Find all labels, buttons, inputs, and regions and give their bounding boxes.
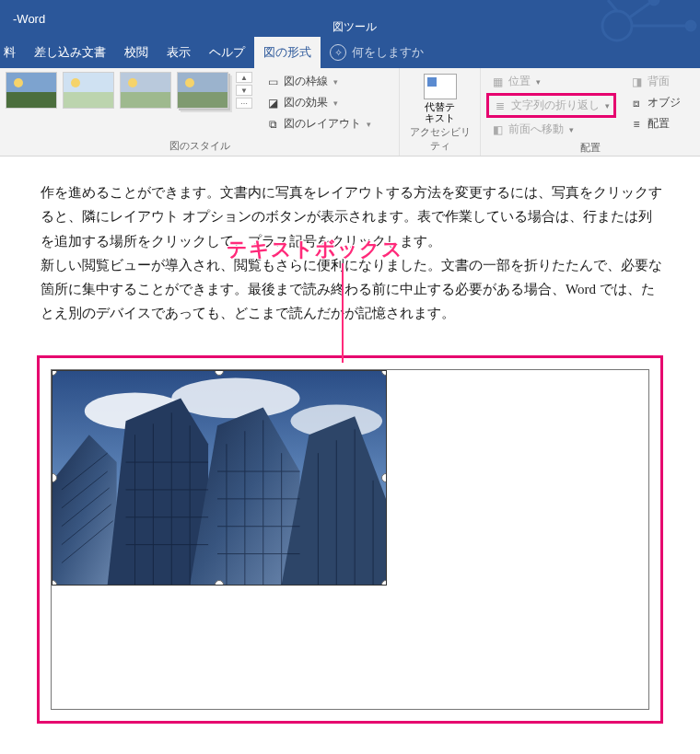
group-label-styles: 図のスタイル (6, 137, 393, 156)
contextual-tab-group: 図ツール (321, 17, 388, 37)
gallery-more-icon[interactable]: ⋯ (236, 98, 252, 109)
tab-help[interactable]: ヘルプ (200, 37, 254, 68)
cmd-bring-forward[interactable]: ◧ 前面へ移動 ▾ (486, 120, 616, 139)
gallery-up-icon[interactable]: ▲ (236, 72, 252, 83)
style-thumb-4[interactable] (177, 72, 228, 109)
cmd-align[interactable]: ≡ 配置 (625, 114, 684, 133)
tab-view[interactable]: 表示 (158, 37, 200, 68)
cmd-picture-effects[interactable]: ◪ 図の効果 ▾ (262, 93, 375, 112)
lightbulb-icon: ✧ (330, 44, 346, 61)
chevron-down-icon: ▾ (333, 99, 338, 108)
gallery-scroll[interactable]: ▲ ▼ ⋯ (236, 72, 252, 109)
tab-review[interactable]: 校閲 (115, 37, 158, 68)
chevron-down-icon: ▾ (605, 101, 610, 110)
alt-text-icon (424, 74, 457, 99)
cmd-bring-forward-label: 前面へ移動 (508, 122, 564, 137)
cmd-picture-layout[interactable]: ⧉ 図のレイアウト ▾ (262, 114, 375, 133)
layout-icon: ⧉ (265, 117, 280, 132)
group-label-accessibility: アクセシビリティ (405, 123, 474, 156)
wrap-icon: ≣ (493, 99, 508, 113)
align-icon: ≡ (629, 117, 644, 132)
gallery-down-icon[interactable]: ▼ (236, 85, 252, 96)
cmd-align-label: 配置 (648, 116, 670, 132)
inserted-picture[interactable]: ⟳ (52, 370, 387, 586)
selection-pane-icon: ⧈ (629, 96, 644, 110)
textbox-object[interactable]: ⟳ (51, 369, 649, 710)
annotation-leader-line (342, 263, 344, 363)
effects-icon: ◪ (265, 96, 280, 110)
chevron-down-icon: ▾ (367, 120, 371, 129)
send-backward-icon: ◨ (629, 75, 644, 89)
cmd-picture-border[interactable]: ▭ 図の枠線 ▾ (262, 72, 375, 91)
annotation-label-textbox: テキストボックス (227, 236, 403, 263)
resize-handle-s[interactable] (215, 580, 224, 586)
contextual-tab-label: 図ツール (321, 17, 388, 37)
style-thumb-2[interactable] (63, 72, 114, 109)
ribbon: ▲ ▼ ⋯ ▭ 図の枠線 ▾ ◪ 図の効果 ▾ ⧉ 図のレイアウ (0, 68, 700, 157)
group-label-arrange: 配置 (486, 139, 694, 157)
app-name: Word (17, 12, 45, 26)
style-thumb-3[interactable] (120, 72, 171, 109)
svg-point-5 (171, 378, 299, 419)
resize-handle-se[interactable] (381, 580, 387, 586)
cmd-picture-border-label: 図の枠線 (284, 74, 328, 89)
svg-point-2 (649, 0, 659, 5)
cmd-send-backward[interactable]: ◨ 背面 (625, 72, 684, 91)
tab-picture-format[interactable]: 図の形式 (254, 37, 321, 68)
tab-mailings[interactable]: 差し込み文書 (25, 37, 115, 68)
chevron-down-icon: ▾ (569, 125, 574, 134)
group-picture-styles: ▲ ▼ ⋯ ▭ 図の枠線 ▾ ◪ 図の効果 ▾ ⧉ 図のレイアウ (0, 68, 400, 156)
picture-style-gallery[interactable]: ▲ ▼ ⋯ (6, 72, 252, 109)
alt-text-label-2: キスト (425, 112, 455, 123)
group-accessibility: 代替テキスト アクセシビリティ (400, 68, 481, 156)
tell-me-search[interactable]: ✧ 何をしますか (330, 37, 424, 68)
cmd-position-label: 位置 (508, 74, 531, 89)
title-bar: - Word 図ツール (0, 0, 700, 37)
annotation-highlight-textbox: ⟳ (37, 355, 663, 724)
border-icon: ▭ (265, 75, 280, 89)
bring-forward-icon: ◧ (490, 122, 505, 137)
cmd-picture-effects-label: 図の効果 (284, 95, 328, 110)
annotation-highlight-wrap: ≣ 文字列の折り返し ▾ (486, 93, 616, 118)
chevron-down-icon: ▾ (333, 77, 338, 87)
cmd-selection-pane-label: オブジ (648, 95, 681, 110)
cmd-wrap-text[interactable]: ≣ 文字列の折り返し ▾ (489, 96, 613, 115)
group-arrange: ▦ 位置 ▾ ≣ 文字列の折り返し ▾ ◧ 前面へ移動 ▾ (481, 68, 700, 156)
cmd-send-backward-label: 背面 (648, 74, 670, 89)
svg-point-1 (686, 21, 695, 30)
chevron-down-icon: ▾ (536, 77, 541, 87)
cmd-wrap-text-label: 文字列の折り返し (511, 98, 600, 113)
ribbon-tabs: 料 差し込み文書 校閲 表示 ヘルプ 図の形式 ✧ 何をしますか (0, 37, 700, 68)
cmd-position[interactable]: ▦ 位置 ▾ (486, 72, 616, 91)
tab-fragment[interactable]: 料 (0, 37, 25, 68)
paragraph-2[interactable]: 新しい閲覧ビューが導入され、閲覧もさらに便利になりました。文書の一部を折りたたん… (41, 253, 663, 326)
style-thumb-1[interactable] (6, 72, 57, 109)
tell-me-placeholder: 何をしますか (352, 44, 424, 61)
position-icon: ▦ (490, 75, 505, 89)
cmd-alt-text[interactable]: 代替テキスト (413, 72, 468, 123)
cmd-selection-pane[interactable]: ⧈ オブジ (625, 93, 684, 112)
resize-handle-e[interactable] (381, 473, 387, 482)
cmd-picture-layout-label: 図のレイアウト (284, 116, 361, 132)
alt-text-label-1: 代替テ (425, 101, 455, 112)
